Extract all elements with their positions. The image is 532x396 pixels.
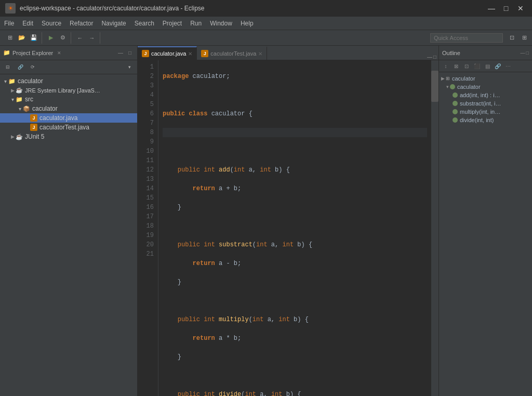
toolbar-save-btn[interactable]: 💾 — [28, 32, 39, 44]
java-file-icon: J — [30, 114, 37, 122]
quick-access-input[interactable] — [430, 33, 503, 43]
caculatortest-java-label: caculatorTest.java — [39, 124, 89, 131]
outline-toolbar: ↕ ⊠ ⊡ ⬛ ▤ 🔗 ⋯ — [439, 60, 532, 72]
tab-caculator-java-label: caculator.java — [151, 50, 186, 57]
outline-header: Outline — □ — [439, 46, 532, 60]
line-num-20: 20 — [142, 240, 154, 249]
toolbar-group-3: ← → — [72, 32, 100, 44]
jre-label: JRE System Library [JavaS… — [25, 87, 100, 94]
tree-item-project[interactable]: ▾ 📁 caculator — [0, 76, 137, 86]
tab-close-icon[interactable]: ✕ — [188, 51, 192, 57]
menu-window[interactable]: Window — [206, 18, 236, 29]
code-editor[interactable]: package caculator; public class caculato… — [158, 60, 431, 396]
toolbar-run-btn[interactable]: ⚙ — [57, 32, 69, 44]
outline-collapse-btn[interactable]: ▤ — [483, 61, 492, 71]
maximize-button[interactable]: □ — [500, 3, 512, 14]
menu-refactor[interactable]: Refactor — [65, 18, 97, 29]
rp-arrow: ▶ — [441, 76, 445, 81]
line-num-14: 14 — [142, 184, 154, 193]
outline-filter-btn[interactable]: ⊠ — [451, 61, 461, 71]
toolbar-back-btn[interactable]: ← — [74, 32, 86, 44]
editor-maximize-icon[interactable]: □ — [433, 54, 436, 60]
pe-resize-handle[interactable] — [137, 46, 139, 301]
outline-link-btn[interactable]: 🔗 — [493, 61, 502, 71]
code-line-9 — [163, 221, 427, 231]
close-button[interactable]: ✕ — [514, 3, 527, 14]
menu-navigate[interactable]: Navigate — [97, 18, 130, 29]
tab-test-close-icon[interactable]: ✕ — [258, 51, 262, 57]
code-line-11: return a - b; — [163, 259, 427, 268]
toolbar-group-1: ⊞ 📂 💾 — [2, 32, 42, 44]
arrow-icon: ▾ — [9, 97, 16, 102]
toolbar-open-btn[interactable]: 📂 — [16, 32, 28, 44]
toolbar-forward-btn[interactable]: → — [86, 32, 98, 44]
outline-item-class[interactable]: ▾ caculator — [439, 83, 532, 91]
tree-item-junit[interactable]: ▶ ☕ JUnit 5 — [0, 132, 137, 141]
outline-tree: ▶ ⊞ caculator ▾ caculator add(int, int) … — [439, 72, 532, 396]
tree-item-jre[interactable]: ▶ ☕ JRE System Library [JavaS… — [0, 86, 137, 95]
menu-search[interactable]: Search — [130, 18, 158, 29]
editor-minimize-icon[interactable]: — — [427, 54, 432, 60]
menu-help[interactable]: Help — [236, 18, 258, 29]
line-num-1: 1 — [142, 62, 154, 72]
tab-caculatortest-java[interactable]: J caculatorTest.java ✕ — [197, 46, 267, 60]
arrow-icon: ▶ — [9, 134, 16, 139]
outline-maximize-icon[interactable]: □ — [526, 50, 529, 56]
tree-item-caculator-java[interactable]: J caculator.java — [0, 113, 137, 123]
outline-more-btn[interactable]: ⋯ — [503, 61, 513, 71]
caculator-java-label: caculator.java — [39, 114, 77, 122]
line-num-5: 5 — [142, 100, 154, 109]
pe-sync-btn[interactable]: ⟳ — [27, 61, 38, 73]
tab-java-icon: J — [142, 50, 149, 57]
pe-menu-btn[interactable]: ▾ — [124, 61, 135, 73]
project-explorer-close-icon[interactable]: ✕ — [57, 50, 61, 56]
line-num-17: 17 — [142, 212, 154, 221]
code-line-8: } — [163, 203, 427, 212]
pe-maximize-btn[interactable]: □ — [126, 49, 134, 57]
tab-caculatortest-label: caculatorTest.java — [210, 50, 256, 57]
tree-item-caculatortest-java[interactable]: J caculatorTest.java — [0, 123, 137, 132]
toolbar-new-btn[interactable]: ⊞ — [4, 32, 16, 44]
src-icon: 📁 — [16, 96, 23, 103]
outline-item-multiply[interactable]: multiply(int, in… — [439, 108, 532, 116]
toolbar-perspectives-btn[interactable]: ⊡ — [506, 32, 517, 44]
editor-area: J caculator.java ✕ J caculatorTest.java … — [138, 46, 438, 396]
editor-vscrollbar[interactable] — [431, 60, 438, 396]
pe-minimize-btn[interactable]: — — [116, 49, 125, 57]
minimize-button[interactable]: — — [485, 3, 498, 14]
rp-add-label: add(int, int) : i… — [460, 92, 500, 98]
tree-item-package[interactable]: ▾ 📦 caculator — [0, 104, 137, 113]
outline-item-add[interactable]: add(int, int) : i… — [439, 91, 532, 99]
outline-sort-btn[interactable]: ↕ — [441, 61, 450, 71]
outline-item-substract[interactable]: substract(int, i… — [439, 99, 532, 108]
outline-hide-btn[interactable]: ⊡ — [462, 61, 471, 71]
vscroll-thumb[interactable] — [431, 71, 438, 102]
pe-collapse-btn[interactable]: ⊟ — [2, 61, 14, 73]
outline-minimize-icon[interactable]: — — [521, 50, 525, 56]
pe-link-btn[interactable]: 🔗 — [15, 61, 26, 73]
editor-right-inner: J caculator.java ✕ J caculatorTest.java … — [138, 46, 532, 396]
code-line-15: return a * b; — [163, 334, 427, 343]
content-area: 📁 Project Explorer ✕ — □ ⊟ 🔗 ⟳ ▾ ▾ 📁 cac… — [0, 46, 532, 396]
project-icon: 📁 — [8, 78, 16, 85]
outline-expand-btn[interactable]: ⬛ — [472, 61, 482, 71]
menu-source[interactable]: Source — [37, 18, 65, 29]
menu-file[interactable]: File — [0, 18, 18, 29]
toolbar-view-btn[interactable]: ⊞ — [518, 32, 530, 44]
rp-class-icon: ⊞ — [446, 76, 450, 81]
tree-item-src[interactable]: ▾ 📁 src — [0, 95, 137, 104]
outline-item-root[interactable]: ▶ ⊞ caculator — [439, 74, 532, 83]
code-line-5 — [163, 147, 427, 156]
rp-substract-label: substract(int, i… — [460, 100, 501, 107]
tab-test-icon: J — [201, 50, 208, 57]
toolbar-debug-btn[interactable]: ▶ — [45, 32, 57, 44]
menu-run[interactable]: Run — [186, 18, 206, 29]
menu-project[interactable]: Project — [158, 18, 186, 29]
code-line-3: public class caculator { — [163, 109, 427, 118]
line-num-6: 6 — [142, 109, 154, 118]
outline-item-divide[interactable]: divide(int, int) — [439, 116, 532, 124]
line-num-21: 21 — [142, 249, 154, 259]
jre-icon: ☕ — [16, 87, 23, 94]
menu-edit[interactable]: Edit — [18, 18, 37, 29]
tab-caculator-java[interactable]: J caculator.java ✕ — [138, 46, 197, 60]
